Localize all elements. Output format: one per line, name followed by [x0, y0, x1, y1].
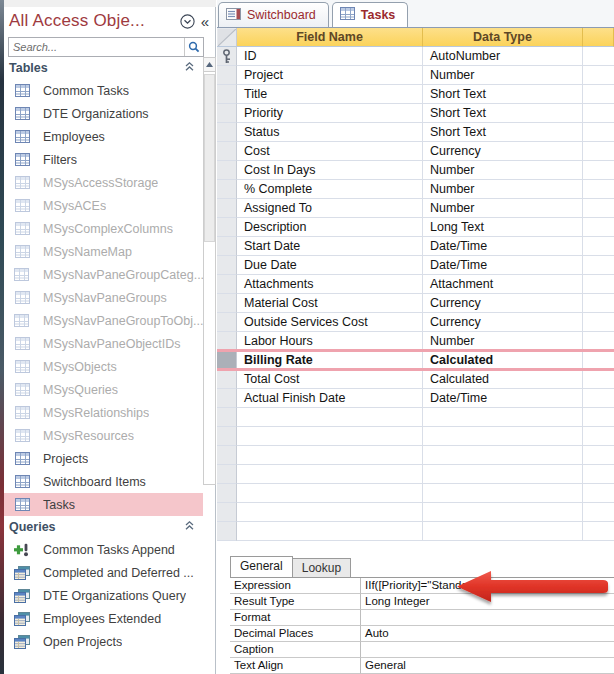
description-cell[interactable]	[583, 47, 614, 66]
field-name-cell[interactable]: Priority	[237, 104, 423, 123]
data-type-cell[interactable]	[423, 446, 583, 465]
description-cell[interactable]	[583, 446, 614, 465]
tab-switchboard[interactable]: Switchboard	[218, 2, 329, 27]
row-selector[interactable]	[217, 313, 237, 332]
data-type-cell[interactable]: Short Text	[423, 123, 583, 142]
tab-general[interactable]: General	[230, 556, 293, 577]
data-type-cell[interactable]	[423, 484, 583, 503]
field-name-cell[interactable]: Title	[237, 85, 423, 104]
sidebar-item-employees[interactable]: Employees	[4, 125, 203, 148]
field-row-total-cost[interactable]: Total Cost Calculated	[217, 370, 614, 389]
column-header-data-type[interactable]: Data Type	[423, 28, 583, 47]
field-row-due-date[interactable]: Due Date Date/Time	[217, 256, 614, 275]
column-header-field-name[interactable]: Field Name	[237, 28, 423, 47]
field-name-cell[interactable]: Total Cost	[237, 370, 423, 389]
sidebar-item-msysaces[interactable]: MSysACEs	[4, 194, 203, 217]
field-name-cell[interactable]: Status	[237, 123, 423, 142]
column-header-extra[interactable]	[583, 28, 614, 47]
field-name-cell[interactable]: Cost	[237, 142, 423, 161]
description-cell[interactable]	[583, 389, 614, 408]
sidebar-item-msysobjects[interactable]: MSysObjects	[4, 355, 203, 378]
description-cell[interactable]	[583, 104, 614, 123]
row-selector[interactable]	[217, 180, 237, 199]
sidebar-item-switchboard-items[interactable]: Switchboard Items	[4, 470, 203, 493]
sidebar-item-employees-extended[interactable]: Employees Extended	[4, 607, 203, 630]
nav-group-header[interactable]: Tables	[4, 57, 203, 79]
data-type-cell[interactable]: Number	[423, 66, 583, 85]
data-type-cell[interactable]	[423, 522, 583, 541]
data-type-cell[interactable]: Calculated	[423, 370, 583, 389]
nav-group-header[interactable]: Queries	[4, 516, 203, 538]
data-type-cell[interactable]: Short Text	[423, 85, 583, 104]
row-selector[interactable]	[217, 503, 237, 522]
field-name-cell[interactable]: Cost In Days	[237, 161, 423, 180]
sidebar-item-msysnavpaneobjectids[interactable]: MSysNavPaneObjectIDs	[4, 332, 203, 355]
data-type-cell[interactable]	[423, 408, 583, 427]
field-row-priority[interactable]: Priority Short Text	[217, 104, 614, 123]
scrollbar-thumb[interactable]	[204, 74, 215, 242]
empty-table-row[interactable]	[217, 408, 614, 427]
chevron-double-up-icon[interactable]	[184, 520, 195, 534]
data-type-cell[interactable]: Attachment	[423, 275, 583, 294]
description-cell[interactable]	[583, 123, 614, 142]
row-selector[interactable]	[217, 104, 237, 123]
description-cell[interactable]	[583, 351, 614, 370]
sidebar-item-filters[interactable]: Filters	[4, 148, 203, 171]
description-cell[interactable]	[583, 522, 614, 541]
description-cell[interactable]	[583, 465, 614, 484]
sidebar-item-tasks[interactable]: Tasks	[4, 493, 203, 516]
description-cell[interactable]	[583, 142, 614, 161]
tab-lookup[interactable]: Lookup	[293, 558, 351, 577]
description-cell[interactable]	[583, 161, 614, 180]
nav-pane-title[interactable]: All Access Obje...	[4, 11, 178, 31]
row-selector[interactable]	[217, 142, 237, 161]
nav-scrollbar[interactable]	[203, 57, 216, 485]
field-name-cell[interactable]: Assigned To	[237, 199, 423, 218]
description-cell[interactable]	[583, 256, 614, 275]
row-selector[interactable]	[217, 389, 237, 408]
property-value[interactable]: General	[361, 658, 614, 674]
property-value[interactable]	[361, 610, 614, 626]
data-type-cell[interactable]: Date/Time	[423, 256, 583, 275]
sidebar-item-dte-organizations-query[interactable]: DTE Organizations Query	[4, 584, 203, 607]
data-type-cell[interactable]: Date/Time	[423, 237, 583, 256]
data-type-cell[interactable]: Long Text	[423, 218, 583, 237]
sidebar-item-msysnavpanegroupcategories[interactable]: MSysNavPaneGroupCateg...	[4, 263, 203, 286]
row-selector[interactable]	[217, 446, 237, 465]
sidebar-item-msysnavpanegroups[interactable]: MSysNavPaneGroups	[4, 286, 203, 309]
field-row-description[interactable]: Description Long Text	[217, 218, 614, 237]
field-name-cell[interactable]	[237, 446, 423, 465]
field-name-cell[interactable]: Start Date	[237, 237, 423, 256]
field-row-billing-rate[interactable]: Billing Rate Calculated	[217, 351, 614, 370]
data-type-cell[interactable]: Currency	[423, 294, 583, 313]
empty-table-row[interactable]	[217, 465, 614, 484]
field-name-cell[interactable]: Actual Finish Date	[237, 389, 423, 408]
description-cell[interactable]	[583, 294, 614, 313]
description-cell[interactable]	[583, 66, 614, 85]
sidebar-item-msysrelationships[interactable]: MSysRelationships	[4, 401, 203, 424]
row-selector[interactable]	[217, 85, 237, 104]
description-cell[interactable]	[583, 218, 614, 237]
field-name-cell[interactable]: Billing Rate	[237, 351, 423, 370]
description-cell[interactable]	[583, 180, 614, 199]
scrollbar-up-arrow[interactable]	[203, 57, 216, 72]
field-name-cell[interactable]: Due Date	[237, 256, 423, 275]
empty-table-row[interactable]	[217, 522, 614, 541]
sidebar-item-msysresources[interactable]: MSysResources	[4, 424, 203, 447]
row-selector[interactable]	[217, 275, 237, 294]
description-cell[interactable]	[583, 408, 614, 427]
sidebar-item-dte-organizations[interactable]: DTE Organizations	[4, 102, 203, 125]
data-type-cell[interactable]: Number	[423, 161, 583, 180]
row-selector[interactable]	[217, 427, 237, 446]
circle-chevron-down-icon[interactable]	[178, 12, 196, 30]
field-name-cell[interactable]	[237, 503, 423, 522]
property-value[interactable]	[361, 642, 614, 658]
data-type-cell[interactable]: Currency	[423, 142, 583, 161]
row-selector[interactable]	[217, 370, 237, 389]
field-name-cell[interactable]	[237, 522, 423, 541]
data-type-cell[interactable]	[423, 465, 583, 484]
data-type-cell[interactable]: Short Text	[423, 104, 583, 123]
row-selector[interactable]	[217, 408, 237, 427]
field-name-cell[interactable]: Description	[237, 218, 423, 237]
field-name-cell[interactable]	[237, 465, 423, 484]
